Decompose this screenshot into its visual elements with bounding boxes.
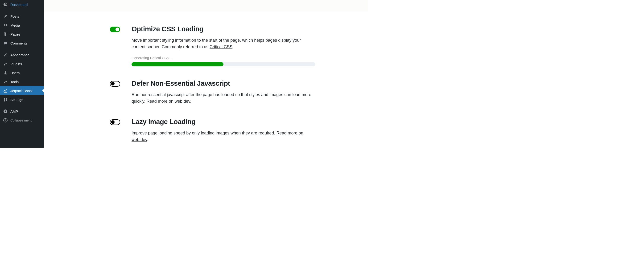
toggle-optimize-css[interactable]	[110, 27, 120, 32]
sidebar-item-posts[interactable]: Posts	[0, 12, 44, 21]
svg-rect-6	[6, 98, 7, 100]
sidebar-item-label: Pages	[10, 32, 20, 36]
sidebar-item-label: Dashboard	[10, 2, 28, 6]
setting-title: Lazy Image Loading	[132, 118, 316, 126]
collapse-icon	[3, 118, 8, 123]
media-icon	[3, 23, 8, 27]
webdev-link[interactable]: web.dev	[132, 137, 147, 142]
progress-label: Generating Critical CSS…	[132, 56, 316, 60]
setting-description: Move important styling information to th…	[132, 37, 316, 50]
sidebar-item-label: Settings	[10, 98, 23, 102]
admin-sidebar: Dashboard Posts Media Pages Comment	[0, 0, 44, 148]
appearance-icon	[3, 52, 8, 57]
setting-lazy-images: Lazy Image Loading Improve page loading …	[110, 118, 358, 143]
sidebar-item-pages[interactable]: Pages	[0, 30, 44, 39]
dashboard-icon	[3, 2, 8, 7]
sidebar-item-label: AMP	[10, 109, 18, 113]
tools-icon	[3, 79, 8, 84]
sidebar-item-settings[interactable]: Settings	[0, 95, 44, 104]
webdev-link[interactable]: web.dev	[175, 99, 190, 104]
comments-icon	[3, 41, 8, 45]
chart-line-icon	[3, 88, 8, 93]
sidebar-item-amp[interactable]: AMP	[0, 107, 44, 116]
sidebar-item-label: Posts	[10, 14, 19, 18]
setting-defer-js: Defer Non-Essential Javascript Run non-e…	[110, 80, 358, 105]
svg-point-0	[4, 24, 6, 26]
sidebar-item-label: Tools	[10, 80, 18, 84]
users-icon	[3, 70, 8, 75]
sidebar-item-users[interactable]: Users	[0, 68, 44, 77]
svg-point-9	[4, 118, 7, 122]
pin-icon	[3, 14, 8, 18]
sidebar-item-collapse-menu[interactable]: Collapse menu	[0, 116, 44, 125]
setting-optimize-css: Optimize CSS Loading Move important styl…	[110, 25, 358, 67]
setting-description: Run non-essential javascript after the p…	[132, 92, 316, 105]
settings-icon	[3, 97, 8, 102]
svg-rect-3	[5, 33, 6, 36]
sidebar-item-label: Users	[10, 71, 20, 75]
toggle-defer-js[interactable]	[110, 81, 120, 87]
sidebar-item-comments[interactable]: Comments	[0, 39, 44, 47]
progress-fill	[132, 62, 224, 66]
pages-icon	[3, 32, 8, 36]
critical-css-link[interactable]: Critical CSS	[210, 44, 232, 49]
sidebar-item-appearance[interactable]: Appearance	[0, 50, 44, 59]
sidebar-item-label: Appearance	[10, 53, 30, 57]
setting-title: Optimize CSS Loading	[132, 25, 316, 33]
sidebar-item-tools[interactable]: Tools	[0, 77, 44, 86]
sidebar-item-label: Plugins	[10, 62, 22, 66]
svg-rect-7	[4, 100, 5, 101]
sidebar-item-dashboard[interactable]: Dashboard	[0, 0, 44, 9]
sidebar-item-label: Comments	[10, 41, 28, 45]
progress-bar	[132, 62, 316, 66]
plugins-icon	[3, 61, 8, 66]
setting-title: Defer Non-Essential Javascript	[132, 80, 316, 87]
sidebar-item-jetpack-boost[interactable]: Jetpack Boost	[0, 86, 44, 95]
toggle-lazy-images[interactable]	[110, 119, 120, 125]
sidebar-item-label: Collapse menu	[10, 118, 32, 122]
main-content: Optimize CSS Loading Move important styl…	[44, 0, 368, 148]
sidebar-item-plugins[interactable]: Plugins	[0, 59, 44, 68]
sidebar-item-label: Media	[10, 23, 20, 27]
svg-point-4	[5, 71, 6, 73]
setting-description: Improve page loading speed by only loadi…	[132, 130, 316, 143]
sidebar-item-label: Jetpack Boost	[10, 89, 32, 93]
amp-icon	[3, 109, 8, 114]
top-banner	[44, 0, 368, 11]
svg-rect-5	[4, 98, 5, 100]
sidebar-item-media[interactable]: Media	[0, 21, 44, 30]
